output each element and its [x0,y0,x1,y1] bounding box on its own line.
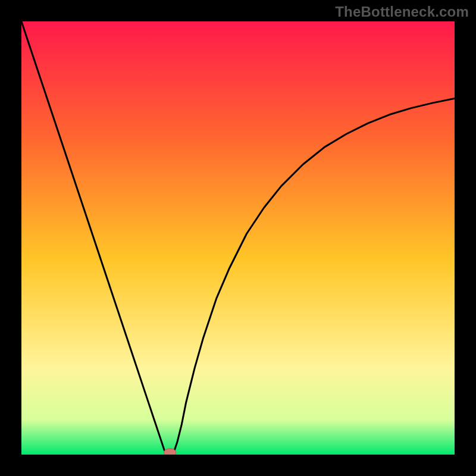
bottleneck-chart [21,21,455,455]
gradient-bg [21,21,455,455]
plot-area [21,21,455,455]
minimum-marker [164,449,176,455]
chart-frame: TheBottleneck.com [0,0,476,476]
watermark-text: TheBottleneck.com [335,4,469,20]
